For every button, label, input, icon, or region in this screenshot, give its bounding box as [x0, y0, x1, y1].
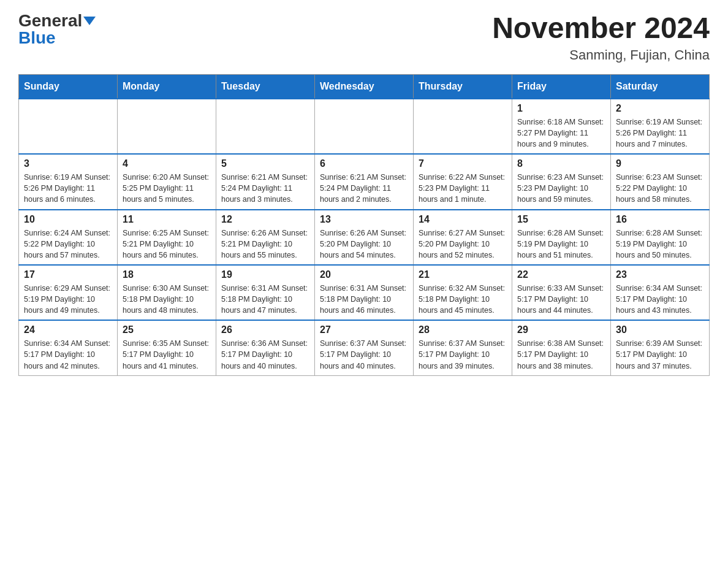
calendar-day-cell — [118, 99, 216, 154]
week-row: 3Sunrise: 6:19 AM Sunset: 5:26 PM Daylig… — [19, 154, 710, 209]
page-header: General Blue November 2024 Sanming, Fuji… — [18, 12, 710, 63]
day-number: 21 — [419, 269, 507, 280]
day-info: Sunrise: 6:28 AM Sunset: 5:19 PM Dayligh… — [517, 228, 605, 261]
day-info: Sunrise: 6:20 AM Sunset: 5:25 PM Dayligh… — [123, 172, 211, 205]
day-number: 17 — [24, 269, 112, 280]
day-number: 24 — [24, 324, 112, 335]
calendar-day-cell: 6Sunrise: 6:21 AM Sunset: 5:24 PM Daylig… — [315, 154, 414, 209]
day-info: Sunrise: 6:21 AM Sunset: 5:24 PM Dayligh… — [221, 172, 309, 205]
day-number: 13 — [320, 214, 408, 225]
calendar-day-cell: 8Sunrise: 6:23 AM Sunset: 5:23 PM Daylig… — [512, 154, 611, 209]
day-info: Sunrise: 6:31 AM Sunset: 5:18 PM Dayligh… — [221, 283, 309, 316]
day-info: Sunrise: 6:35 AM Sunset: 5:17 PM Dayligh… — [123, 338, 211, 371]
day-number: 14 — [419, 214, 507, 225]
calendar-day-cell: 11Sunrise: 6:25 AM Sunset: 5:21 PM Dayli… — [118, 210, 216, 265]
day-number: 18 — [123, 269, 211, 280]
calendar-day-header: Tuesday — [216, 74, 315, 99]
calendar-day-cell: 22Sunrise: 6:33 AM Sunset: 5:17 PM Dayli… — [512, 265, 611, 320]
day-number: 25 — [123, 324, 211, 335]
day-number: 30 — [616, 324, 704, 335]
day-info: Sunrise: 6:37 AM Sunset: 5:17 PM Dayligh… — [320, 338, 408, 371]
calendar-day-cell — [315, 99, 414, 154]
day-number: 11 — [123, 214, 211, 225]
day-number: 16 — [616, 214, 704, 225]
calendar-day-cell: 9Sunrise: 6:23 AM Sunset: 5:22 PM Daylig… — [611, 154, 710, 209]
calendar-day-cell: 25Sunrise: 6:35 AM Sunset: 5:17 PM Dayli… — [118, 320, 216, 375]
calendar-day-cell: 30Sunrise: 6:39 AM Sunset: 5:17 PM Dayli… — [611, 320, 710, 375]
day-number: 6 — [320, 158, 408, 169]
calendar-day-header: Sunday — [19, 74, 118, 99]
calendar-day-cell — [216, 99, 315, 154]
day-info: Sunrise: 6:26 AM Sunset: 5:21 PM Dayligh… — [221, 228, 309, 261]
subtitle: Sanming, Fujian, China — [492, 47, 710, 63]
day-info: Sunrise: 6:32 AM Sunset: 5:18 PM Dayligh… — [419, 283, 507, 316]
week-row: 10Sunrise: 6:24 AM Sunset: 5:22 PM Dayli… — [19, 210, 710, 265]
day-info: Sunrise: 6:18 AM Sunset: 5:27 PM Dayligh… — [517, 117, 605, 150]
calendar-day-cell: 28Sunrise: 6:37 AM Sunset: 5:17 PM Dayli… — [414, 320, 512, 375]
day-info: Sunrise: 6:38 AM Sunset: 5:17 PM Dayligh… — [517, 338, 605, 371]
calendar-header-row: SundayMondayTuesdayWednesdayThursdayFrid… — [19, 74, 710, 99]
calendar-table: SundayMondayTuesdayWednesdayThursdayFrid… — [18, 74, 710, 376]
day-number: 22 — [517, 269, 605, 280]
day-number: 8 — [517, 158, 605, 169]
calendar-day-cell: 2Sunrise: 6:19 AM Sunset: 5:26 PM Daylig… — [611, 99, 710, 154]
calendar-day-header: Saturday — [611, 74, 710, 99]
day-info: Sunrise: 6:39 AM Sunset: 5:17 PM Dayligh… — [616, 338, 704, 371]
calendar-day-cell: 5Sunrise: 6:21 AM Sunset: 5:24 PM Daylig… — [216, 154, 315, 209]
day-info: Sunrise: 6:19 AM Sunset: 5:26 PM Dayligh… — [24, 172, 112, 205]
day-info: Sunrise: 6:23 AM Sunset: 5:23 PM Dayligh… — [517, 172, 605, 205]
calendar-day-cell: 10Sunrise: 6:24 AM Sunset: 5:22 PM Dayli… — [19, 210, 118, 265]
page-title: November 2024 — [492, 12, 710, 45]
calendar-day-cell: 26Sunrise: 6:36 AM Sunset: 5:17 PM Dayli… — [216, 320, 315, 375]
day-info: Sunrise: 6:26 AM Sunset: 5:20 PM Dayligh… — [320, 228, 408, 261]
logo-blue-text: Blue — [18, 28, 56, 47]
logo-general-text: General — [18, 12, 82, 29]
calendar-day-cell: 16Sunrise: 6:28 AM Sunset: 5:19 PM Dayli… — [611, 210, 710, 265]
day-info: Sunrise: 6:21 AM Sunset: 5:24 PM Dayligh… — [320, 172, 408, 205]
day-info: Sunrise: 6:33 AM Sunset: 5:17 PM Dayligh… — [517, 283, 605, 316]
day-number: 28 — [419, 324, 507, 335]
day-info: Sunrise: 6:22 AM Sunset: 5:23 PM Dayligh… — [419, 172, 507, 205]
calendar-day-cell: 4Sunrise: 6:20 AM Sunset: 5:25 PM Daylig… — [118, 154, 216, 209]
calendar-day-cell: 19Sunrise: 6:31 AM Sunset: 5:18 PM Dayli… — [216, 265, 315, 320]
calendar-day-cell — [19, 99, 118, 154]
day-number: 19 — [221, 269, 309, 280]
day-info: Sunrise: 6:24 AM Sunset: 5:22 PM Dayligh… — [24, 228, 112, 261]
calendar-day-header: Thursday — [414, 74, 512, 99]
week-row: 24Sunrise: 6:34 AM Sunset: 5:17 PM Dayli… — [19, 320, 710, 375]
calendar-day-cell: 13Sunrise: 6:26 AM Sunset: 5:20 PM Dayli… — [315, 210, 414, 265]
day-info: Sunrise: 6:34 AM Sunset: 5:17 PM Dayligh… — [24, 338, 112, 371]
day-number: 5 — [221, 158, 309, 169]
day-number: 1 — [517, 103, 605, 114]
calendar-day-cell: 12Sunrise: 6:26 AM Sunset: 5:21 PM Dayli… — [216, 210, 315, 265]
day-number: 15 — [517, 214, 605, 225]
calendar-day-cell: 20Sunrise: 6:31 AM Sunset: 5:18 PM Dayli… — [315, 265, 414, 320]
day-info: Sunrise: 6:34 AM Sunset: 5:17 PM Dayligh… — [616, 283, 704, 316]
day-info: Sunrise: 6:31 AM Sunset: 5:18 PM Dayligh… — [320, 283, 408, 316]
calendar-day-cell: 14Sunrise: 6:27 AM Sunset: 5:20 PM Dayli… — [414, 210, 512, 265]
day-info: Sunrise: 6:25 AM Sunset: 5:21 PM Dayligh… — [123, 228, 211, 261]
calendar-day-cell: 15Sunrise: 6:28 AM Sunset: 5:19 PM Dayli… — [512, 210, 611, 265]
day-number: 7 — [419, 158, 507, 169]
calendar-day-cell: 7Sunrise: 6:22 AM Sunset: 5:23 PM Daylig… — [414, 154, 512, 209]
day-info: Sunrise: 6:30 AM Sunset: 5:18 PM Dayligh… — [123, 283, 211, 316]
calendar-day-cell: 23Sunrise: 6:34 AM Sunset: 5:17 PM Dayli… — [611, 265, 710, 320]
calendar-day-cell: 29Sunrise: 6:38 AM Sunset: 5:17 PM Dayli… — [512, 320, 611, 375]
day-number: 2 — [616, 103, 704, 114]
calendar-day-cell: 27Sunrise: 6:37 AM Sunset: 5:17 PM Dayli… — [315, 320, 414, 375]
day-number: 4 — [123, 158, 211, 169]
calendar-day-cell: 1Sunrise: 6:18 AM Sunset: 5:27 PM Daylig… — [512, 99, 611, 154]
calendar-day-cell: 17Sunrise: 6:29 AM Sunset: 5:19 PM Dayli… — [19, 265, 118, 320]
day-number: 10 — [24, 214, 112, 225]
calendar-day-cell: 18Sunrise: 6:30 AM Sunset: 5:18 PM Dayli… — [118, 265, 216, 320]
day-number: 3 — [24, 158, 112, 169]
day-number: 12 — [221, 214, 309, 225]
logo-triangle-icon — [83, 17, 96, 25]
day-number: 9 — [616, 158, 704, 169]
day-number: 29 — [517, 324, 605, 335]
day-info: Sunrise: 6:28 AM Sunset: 5:19 PM Dayligh… — [616, 228, 704, 261]
calendar-day-cell: 24Sunrise: 6:34 AM Sunset: 5:17 PM Dayli… — [19, 320, 118, 375]
day-info: Sunrise: 6:23 AM Sunset: 5:22 PM Dayligh… — [616, 172, 704, 205]
day-info: Sunrise: 6:36 AM Sunset: 5:17 PM Dayligh… — [221, 338, 309, 371]
week-row: 17Sunrise: 6:29 AM Sunset: 5:19 PM Dayli… — [19, 265, 710, 320]
